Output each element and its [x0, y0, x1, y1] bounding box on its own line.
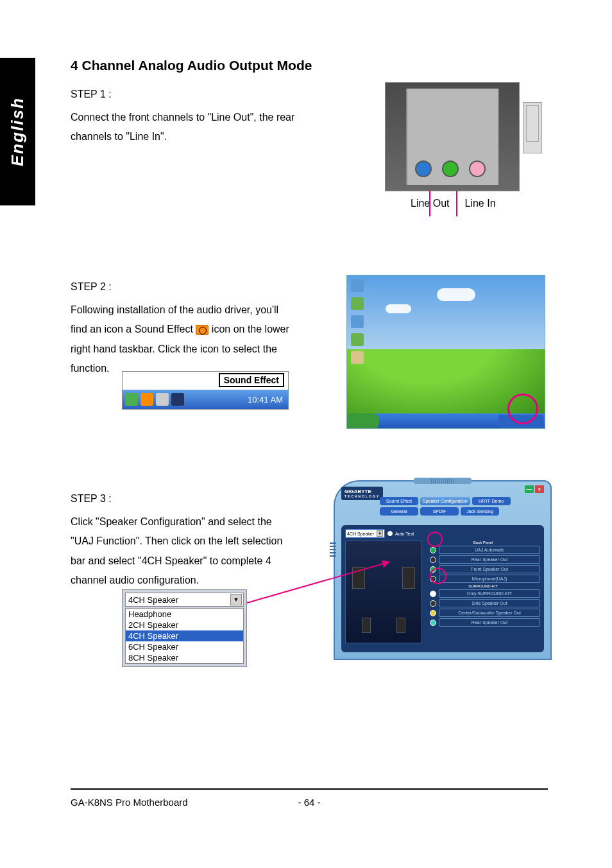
panel-plate — [406, 89, 499, 185]
front-option[interactable]: Front Speaker Out — [439, 565, 540, 573]
step-1-body: Connect the front channels to "Line Out"… — [71, 108, 295, 147]
tray-icon-1 — [125, 393, 138, 406]
speaker-stage — [345, 541, 422, 643]
speaker-front-right-icon — [402, 567, 415, 589]
speaker-select[interactable]: 4CH Speaker ▼ — [125, 593, 244, 607]
step-3: STEP 3 : Click "Speaker Configuration" a… — [71, 493, 545, 686]
dropdown-arrow-icon[interactable]: ▼ — [230, 594, 242, 605]
rear2-option[interactable]: Rear Speaker Out — [439, 618, 540, 627]
cloud-icon — [437, 288, 475, 301]
speaker-select-value: 4CH Speaker — [128, 595, 178, 605]
tray-clock: 10:41 AM — [248, 395, 288, 404]
audio-panel-figure — [385, 82, 520, 191]
highlight-circle-icon — [430, 568, 446, 584]
minimize-button[interactable]: — — [525, 485, 534, 493]
back-panel-label: Back Panel — [426, 541, 540, 544]
footer-page-number: - 64 - — [298, 797, 320, 808]
tab-jack-sensing[interactable]: Jack Sensing — [461, 507, 499, 516]
desktop-icon — [351, 315, 364, 328]
desktop-icon — [351, 279, 364, 292]
desktop-figure — [346, 275, 545, 429]
step-1: STEP 1 : Connect the front channels to "… — [71, 89, 545, 249]
sound-effect-icon — [196, 325, 208, 335]
close-button[interactable]: × — [535, 485, 544, 493]
speaker-option[interactable]: 8CH Speaker — [126, 652, 243, 663]
speaker-option[interactable]: Headphone — [126, 609, 243, 620]
jack-line-out-icon — [442, 161, 459, 177]
page-content: 4 Channel Analog Audio Output Mode STEP … — [71, 58, 545, 718]
speaker-option[interactable]: 2CH Speaker — [126, 620, 243, 630]
step-2: STEP 2 : Following installation of the a… — [71, 281, 545, 461]
side-option[interactable]: Side Speaker Out — [439, 599, 540, 607]
mic-option[interactable]: Microphone(UAJ) — [439, 575, 540, 583]
uaj-check[interactable] — [430, 547, 436, 553]
auto-test-label: Auto Test — [395, 532, 414, 536]
system-tray: 10:41 AM — [123, 390, 288, 409]
speaker-dropdown-figure: 4CH Speaker ▼ Headphone 2CH Speaker 4CH … — [122, 589, 247, 667]
desktop-icon — [351, 351, 364, 364]
tray-sound-icon[interactable] — [171, 393, 184, 406]
surround-kit-label: SURROUND-KIT — [426, 584, 540, 588]
drive-bay-icon — [523, 102, 542, 153]
dropdown-arrow-icon[interactable]: ▼ — [377, 530, 383, 537]
gigabyte-logo: GIGABYTETECHNOLOGY — [341, 487, 383, 500]
section-title: 4 Channel Analog Audio Output Mode — [71, 58, 545, 73]
tray-icon-2 — [140, 393, 153, 406]
side-check[interactable] — [430, 600, 436, 607]
desktop-icon — [351, 297, 364, 310]
tab-general[interactable]: General — [380, 507, 418, 516]
rear-check[interactable] — [430, 557, 436, 563]
start-button-icon — [347, 413, 379, 429]
auto-test-radio[interactable] — [387, 531, 393, 536]
config-speaker-select[interactable]: 4CH Speaker ▼ — [345, 529, 385, 538]
desktop-icon — [351, 333, 364, 346]
footer-rule — [71, 788, 548, 790]
tab-sound-effect[interactable]: Sound Effect — [380, 497, 418, 505]
config-tabs: Sound Effect Speaker Configuration HRTF … — [380, 497, 544, 516]
sound-effect-tooltip: Sound Effect — [219, 373, 284, 387]
speaker-option-selected[interactable]: 4CH Speaker — [126, 630, 243, 641]
highlight-circle-icon — [427, 532, 443, 547]
center-check[interactable] — [430, 610, 436, 616]
jack-mic-icon — [469, 161, 486, 177]
label-line-out: Line Out — [411, 198, 449, 209]
cloud-icon — [386, 304, 411, 313]
page-footer: GA-K8NS Pro Motherboard - 64 - — [71, 797, 548, 808]
tray-icon-3 — [156, 393, 169, 406]
speaker-rear-left-icon — [362, 618, 371, 633]
language-tab: English — [0, 58, 35, 205]
surround-check[interactable] — [430, 591, 436, 597]
speaker-rear-right-icon — [396, 618, 405, 633]
taskbar-figure: Sound Effect 10:41 AM — [122, 371, 289, 410]
window-handle-icon — [414, 478, 472, 484]
rear-option[interactable]: Rear Speaker Out — [439, 555, 540, 564]
tab-hrtf[interactable]: HRTF Demo — [472, 497, 511, 505]
label-line-in: Line In — [464, 198, 495, 209]
audio-config-window: — × GIGABYTETECHNOLOGY Sound Effect Spea… — [334, 480, 552, 660]
tab-speaker-config[interactable]: Speaker Configuration — [420, 497, 470, 505]
tab-spdif[interactable]: SPDIF — [420, 507, 459, 516]
jack-line-in-icon — [415, 161, 432, 177]
speaker-option[interactable]: 6CH Speaker — [126, 641, 243, 652]
highlight-circle-icon — [507, 394, 538, 424]
step-2-body: Following installation of the audio driv… — [71, 300, 295, 379]
uaj-option[interactable]: UAJ Automatic — [439, 546, 540, 554]
center-option[interactable]: Center/Subwoofer Speaker Out — [439, 609, 540, 617]
rear2-check[interactable] — [430, 620, 436, 626]
footer-product: GA-K8NS Pro Motherboard — [71, 797, 188, 808]
step-3-body: Click "Speaker Configuration" and select… — [71, 512, 295, 591]
speaker-option-list: Headphone 2CH Speaker 4CH Speaker 6CH Sp… — [125, 608, 244, 664]
side-notches-icon — [330, 542, 336, 557]
surround-option[interactable]: Only SURROUND-KIT — [439, 589, 540, 598]
